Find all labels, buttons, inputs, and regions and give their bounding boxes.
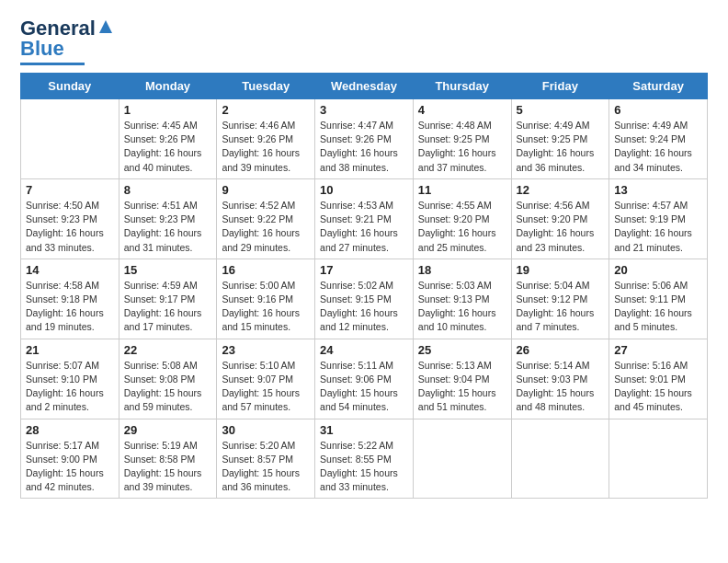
calendar-cell: 5Sunrise: 4:49 AM Sunset: 9:25 PM Daylig… (511, 99, 609, 179)
week-row-2: 7Sunrise: 4:50 AM Sunset: 9:23 PM Daylig… (21, 178, 708, 259)
day-number: 12 (517, 183, 605, 197)
weekday-header-wednesday: Wednesday (315, 74, 414, 99)
day-info: Sunrise: 5:07 AM Sunset: 9:10 PM Dayligh… (26, 359, 114, 415)
calendar-cell: 21Sunrise: 5:07 AM Sunset: 9:10 PM Dayli… (21, 339, 119, 419)
calendar-cell: 6Sunrise: 4:49 AM Sunset: 9:24 PM Daylig… (609, 99, 708, 179)
day-number: 9 (222, 183, 310, 197)
logo: General Blue (20, 17, 114, 65)
day-info: Sunrise: 4:49 AM Sunset: 9:25 PM Dayligh… (517, 119, 605, 175)
day-info: Sunrise: 5:04 AM Sunset: 9:12 PM Dayligh… (517, 279, 605, 335)
calendar-cell: 3Sunrise: 4:47 AM Sunset: 9:26 PM Daylig… (315, 99, 414, 179)
calendar-cell: 22Sunrise: 5:08 AM Sunset: 9:08 PM Dayli… (119, 339, 217, 419)
day-number: 16 (222, 263, 310, 277)
page: General Blue SundayMondayTuesdayWednesda… (0, 0, 728, 515)
calendar-cell: 12Sunrise: 4:56 AM Sunset: 9:20 PM Dayli… (511, 178, 609, 259)
calendar-cell: 30Sunrise: 5:20 AM Sunset: 8:57 PM Dayli… (217, 419, 315, 499)
calendar-cell (609, 419, 708, 499)
week-row-5: 28Sunrise: 5:17 AM Sunset: 9:00 PM Dayli… (21, 419, 708, 499)
day-info: Sunrise: 4:56 AM Sunset: 9:20 PM Dayligh… (517, 199, 605, 255)
day-number: 1 (124, 103, 212, 117)
day-info: Sunrise: 5:08 AM Sunset: 9:08 PM Dayligh… (124, 359, 212, 415)
weekday-header-friday: Friday (511, 74, 609, 99)
day-info: Sunrise: 4:52 AM Sunset: 9:22 PM Dayligh… (222, 199, 310, 255)
calendar-table: SundayMondayTuesdayWednesdayThursdayFrid… (20, 73, 708, 499)
day-info: Sunrise: 4:47 AM Sunset: 9:26 PM Dayligh… (320, 119, 408, 175)
calendar-cell: 20Sunrise: 5:06 AM Sunset: 9:11 PM Dayli… (609, 259, 708, 339)
day-info: Sunrise: 5:17 AM Sunset: 9:00 PM Dayligh… (26, 439, 114, 495)
day-number: 13 (614, 183, 702, 197)
calendar-cell (413, 419, 511, 499)
calendar-cell: 23Sunrise: 5:10 AM Sunset: 9:07 PM Dayli… (217, 339, 315, 419)
weekday-header-monday: Monday (119, 74, 217, 99)
calendar-cell: 16Sunrise: 5:00 AM Sunset: 9:16 PM Dayli… (217, 259, 315, 339)
day-number: 27 (614, 343, 702, 357)
day-number: 17 (320, 263, 408, 277)
day-number: 3 (320, 103, 408, 117)
header: General Blue (20, 17, 708, 65)
day-number: 28 (26, 423, 114, 437)
day-number: 6 (614, 103, 702, 117)
calendar-cell: 8Sunrise: 4:51 AM Sunset: 9:23 PM Daylig… (119, 178, 217, 259)
day-number: 30 (222, 423, 310, 437)
day-number: 21 (26, 343, 114, 357)
calendar-cell: 25Sunrise: 5:13 AM Sunset: 9:04 PM Dayli… (413, 339, 511, 419)
day-info: Sunrise: 5:02 AM Sunset: 9:15 PM Dayligh… (320, 279, 408, 335)
weekday-header-thursday: Thursday (413, 74, 511, 99)
day-info: Sunrise: 4:51 AM Sunset: 9:23 PM Dayligh… (124, 199, 212, 255)
calendar-cell (21, 99, 119, 179)
day-number: 19 (517, 263, 605, 277)
calendar-cell: 2Sunrise: 4:46 AM Sunset: 9:26 PM Daylig… (217, 99, 315, 179)
day-number: 29 (124, 423, 212, 437)
day-info: Sunrise: 5:14 AM Sunset: 9:03 PM Dayligh… (517, 359, 605, 415)
day-info: Sunrise: 5:13 AM Sunset: 9:04 PM Dayligh… (418, 359, 506, 415)
day-number: 22 (124, 343, 212, 357)
day-info: Sunrise: 5:20 AM Sunset: 8:57 PM Dayligh… (222, 439, 310, 495)
day-number: 2 (222, 103, 310, 117)
day-info: Sunrise: 4:45 AM Sunset: 9:26 PM Dayligh… (124, 119, 212, 175)
calendar-cell: 18Sunrise: 5:03 AM Sunset: 9:13 PM Dayli… (413, 259, 511, 339)
day-info: Sunrise: 4:50 AM Sunset: 9:23 PM Dayligh… (26, 199, 114, 255)
calendar-cell: 4Sunrise: 4:48 AM Sunset: 9:25 PM Daylig… (413, 99, 511, 179)
day-info: Sunrise: 5:03 AM Sunset: 9:13 PM Dayligh… (418, 279, 506, 335)
logo-underline (20, 63, 85, 65)
day-number: 25 (418, 343, 506, 357)
calendar-cell: 15Sunrise: 4:59 AM Sunset: 9:17 PM Dayli… (119, 259, 217, 339)
day-number: 15 (124, 263, 212, 277)
day-info: Sunrise: 4:55 AM Sunset: 9:20 PM Dayligh… (418, 199, 506, 255)
day-info: Sunrise: 4:48 AM Sunset: 9:25 PM Dayligh… (418, 119, 506, 175)
day-info: Sunrise: 4:59 AM Sunset: 9:17 PM Dayligh… (124, 279, 212, 335)
day-number: 11 (418, 183, 506, 197)
day-number: 20 (614, 263, 702, 277)
logo-triangle-icon (97, 18, 114, 35)
calendar-cell (511, 419, 609, 499)
calendar-cell: 31Sunrise: 5:22 AM Sunset: 8:55 PM Dayli… (315, 419, 414, 499)
day-info: Sunrise: 4:46 AM Sunset: 9:26 PM Dayligh… (222, 119, 310, 175)
calendar-cell: 27Sunrise: 5:16 AM Sunset: 9:01 PM Dayli… (609, 339, 708, 419)
calendar-cell: 29Sunrise: 5:19 AM Sunset: 8:58 PM Dayli… (119, 419, 217, 499)
weekday-header-row: SundayMondayTuesdayWednesdayThursdayFrid… (21, 74, 708, 99)
day-number: 31 (320, 423, 408, 437)
day-info: Sunrise: 5:22 AM Sunset: 8:55 PM Dayligh… (320, 439, 408, 495)
calendar-cell: 1Sunrise: 4:45 AM Sunset: 9:26 PM Daylig… (119, 99, 217, 179)
week-row-1: 1Sunrise: 4:45 AM Sunset: 9:26 PM Daylig… (21, 99, 708, 179)
day-info: Sunrise: 4:49 AM Sunset: 9:24 PM Dayligh… (614, 119, 702, 175)
calendar-cell: 28Sunrise: 5:17 AM Sunset: 9:00 PM Dayli… (21, 419, 119, 499)
day-info: Sunrise: 4:57 AM Sunset: 9:19 PM Dayligh… (614, 199, 702, 255)
day-info: Sunrise: 5:16 AM Sunset: 9:01 PM Dayligh… (614, 359, 702, 415)
week-row-3: 14Sunrise: 4:58 AM Sunset: 9:18 PM Dayli… (21, 259, 708, 339)
calendar-cell: 24Sunrise: 5:11 AM Sunset: 9:06 PM Dayli… (315, 339, 414, 419)
calendar-cell: 10Sunrise: 4:53 AM Sunset: 9:21 PM Dayli… (315, 178, 414, 259)
day-info: Sunrise: 5:00 AM Sunset: 9:16 PM Dayligh… (222, 279, 310, 335)
day-number: 8 (124, 183, 212, 197)
calendar-cell: 26Sunrise: 5:14 AM Sunset: 9:03 PM Dayli… (511, 339, 609, 419)
calendar-cell: 14Sunrise: 4:58 AM Sunset: 9:18 PM Dayli… (21, 259, 119, 339)
calendar-cell: 11Sunrise: 4:55 AM Sunset: 9:20 PM Dayli… (413, 178, 511, 259)
day-number: 4 (418, 103, 506, 117)
weekday-header-saturday: Saturday (609, 74, 708, 99)
day-info: Sunrise: 5:06 AM Sunset: 9:11 PM Dayligh… (614, 279, 702, 335)
day-number: 10 (320, 183, 408, 197)
svg-marker-0 (99, 20, 112, 33)
day-number: 14 (26, 263, 114, 277)
day-info: Sunrise: 5:11 AM Sunset: 9:06 PM Dayligh… (320, 359, 408, 415)
day-number: 7 (26, 183, 114, 197)
